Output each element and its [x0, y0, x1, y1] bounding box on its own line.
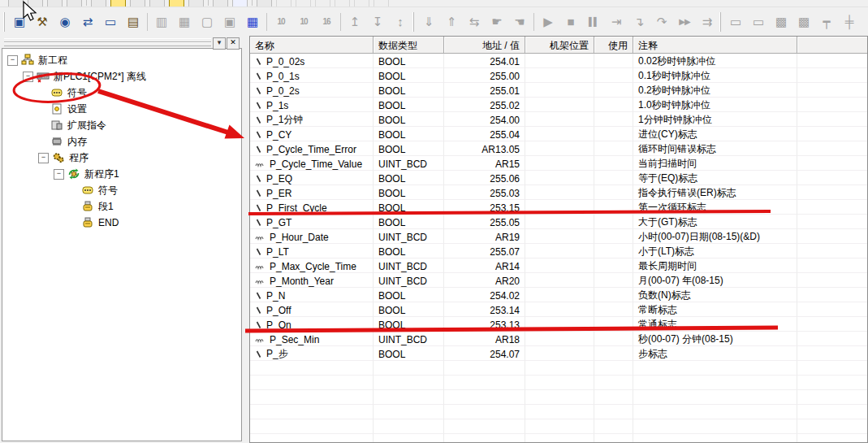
io-table-button[interactable]: ▦ [241, 11, 264, 33]
cell-text: BOOL [378, 349, 405, 360]
symbol-row-P_Max_Cycle_Time[interactable]: P_Max_Cycle_TimeUINT_BCDAR14最长周期时间 [250, 258, 867, 273]
normally-closed-contact-button[interactable]: ▭ [747, 11, 770, 33]
cell-filler [797, 127, 867, 141]
transfer-from-plc-button[interactable]: ↧ [366, 11, 389, 33]
symbol-row-P_Month_Year[interactable]: P_Month_YearUINT_BCDAR20月(00-07) 年(08-15… [250, 273, 867, 288]
compile-button[interactable]: ⚒ [31, 11, 54, 33]
symbol-name: P_0_1s [266, 71, 300, 82]
ladder-view-button[interactable]: ▥ [150, 11, 173, 33]
symbol-row-P_0_1s[interactable]: P_0_1sBOOL255.000.1秒时钟脉冲位 [250, 68, 867, 83]
transfer-to-plc-button[interactable]: ↥ [343, 11, 366, 33]
symbol-row-P_1分钟[interactable]: P_1分钟BOOL254.001分钟时钟脉冲位 [250, 112, 867, 127]
vertical-line-button[interactable]: ┻ [861, 11, 868, 33]
workspace-close-button[interactable]: ✕ [227, 37, 240, 50]
symbol-row-P_0_2s[interactable]: P_0_2sBOOL255.010.2秒时钟脉冲位 [250, 83, 867, 98]
empty-row[interactable] [250, 419, 867, 434]
cross-reference-button[interactable]: ⇄ [76, 11, 99, 33]
programs-icon [52, 151, 65, 164]
tree-item-section1[interactable]: 段1 [2, 198, 241, 215]
closed-coil-button[interactable]: ▩ [792, 11, 815, 33]
tree-expander[interactable]: − [54, 169, 64, 180]
decimal-monitor-button[interactable]: 10 [270, 11, 292, 33]
empty-row[interactable] [250, 361, 867, 376]
column-header-type[interactable]: 数据类型 [374, 37, 444, 54]
run-to-end-button[interactable]: ⇉ [696, 11, 719, 33]
work-online-simulator-icon: ☚ [514, 15, 525, 28]
symbol-row-P_Off[interactable]: P_OffBOOL253.14常断标志 [250, 302, 867, 317]
hex-monitor-button[interactable]: 16 [315, 11, 338, 33]
work-online-simulator-button[interactable]: ☚ [508, 11, 531, 33]
signed-decimal-monitor-button[interactable]: 10 [292, 11, 315, 33]
symbol-row-P_On[interactable]: P_OnBOOL253.13常通标志 [250, 317, 867, 332]
column-header-addr[interactable]: 地址 / 值 [444, 37, 525, 54]
mnemonic-view-button[interactable]: ▢ [196, 11, 218, 33]
empty-row[interactable] [250, 390, 867, 405]
watch-window-button[interactable]: ◉ [54, 11, 76, 33]
tree-item-label: 新PLC1[CPM2*] 离线 [54, 70, 146, 84]
new-view-button[interactable]: ▣ [8, 11, 31, 33]
upload-button[interactable]: ⇑ [440, 11, 463, 33]
symbol-row-P_LT[interactable]: P_LTBOOL255.07小于(LT)标志 [250, 244, 867, 258]
pause-button[interactable]: ▌▌ [582, 11, 605, 33]
stop-button[interactable]: ■ [559, 11, 582, 33]
symbol-row-P_Cycle_Time_Value[interactable]: P_Cycle_Time_ValueUINT_BCDAR15当前扫描时间 [250, 156, 867, 171]
column-header-name[interactable]: 名称 [250, 37, 374, 54]
symbol-row-P_1s[interactable]: P_1sBOOL255.021.0秒时钟脉冲位 [250, 98, 867, 112]
empty-row[interactable] [250, 376, 867, 390]
verify-button[interactable]: ⇆ [463, 11, 486, 33]
tree-expander[interactable]: − [7, 55, 18, 66]
or-closed-contact-button[interactable]: ╪ [838, 11, 861, 33]
compare-with-plc-button[interactable]: ↕ [389, 11, 412, 33]
column-header-rack[interactable]: 机架位置 [525, 37, 594, 54]
tree-item-ext-instructions[interactable]: 扩展指令 [2, 117, 241, 133]
tree-item-programs[interactable]: −程序 [2, 150, 241, 166]
symbol-row-P_N[interactable]: P_NBOOL254.02负数(N)标志 [250, 288, 867, 302]
symbol-row-P_ER[interactable]: P_ERBOOL255.03指令执行错误(ER)标志 [250, 185, 867, 200]
cell-filler [797, 171, 867, 185]
symbol-row-P_CY[interactable]: P_CYBOOL255.04进位(CY)标志 [250, 127, 867, 141]
run-to-cursor-button[interactable]: ⇥ [605, 11, 628, 33]
symbol-row-P_Sec_Min[interactable]: P_Sec_MinUINT_BCDAR18秒(00-07) 分钟(08-15) [250, 332, 867, 346]
symbol-row-P_First_Cycle[interactable]: P_First_CycleBOOL253.15第一次循环标志 [250, 200, 867, 215]
column-header-comment[interactable]: 注释 [633, 37, 797, 54]
symbol-row-P_0_02s[interactable]: P_0_02sBOOL254.010.02秒时钟脉冲位 [250, 54, 867, 68]
tree-expander[interactable]: − [38, 153, 49, 163]
column-header-use[interactable]: 使用 [594, 37, 633, 54]
cell-filler [797, 288, 867, 302]
coil-button[interactable]: ▩ [770, 11, 792, 33]
symbol-row-P_EQ[interactable]: P_EQBOOL255.06等于(EQ)标志 [250, 171, 867, 185]
output-window-button[interactable]: ▭ [99, 11, 122, 33]
tree-item-plc[interactable]: −新PLC1[CPM2*] 离线 [2, 68, 241, 85]
symbol-row-P_Hour_Date[interactable]: P_Hour_DateUINT_BCDAR19小时(00-07)日期(08-15… [250, 229, 867, 244]
tree-item-end[interactable]: END [2, 215, 241, 231]
cell-text: BOOL [378, 290, 405, 302]
normally-open-contact-button[interactable]: ▭ [724, 11, 747, 33]
download-button[interactable]: ⇓ [417, 11, 440, 33]
or-contact-button[interactable]: ┯ [815, 11, 838, 33]
empty-cell [250, 390, 374, 405]
run-button[interactable]: ▶ [537, 11, 559, 33]
tree-item-program1[interactable]: −新程序1 [2, 166, 241, 182]
empty-row[interactable] [250, 434, 867, 443]
symbol-row-P_GT[interactable]: P_GTBOOL255.05大于(GT)标志 [250, 215, 867, 229]
symbol-row-P_步[interactable]: P_步BOOL254.07步标志 [250, 346, 867, 361]
tree-item-program1-symbols[interactable]: 符号 [2, 182, 241, 198]
symbol-table-view-button[interactable]: ▦ [173, 11, 196, 33]
fast-forward-button[interactable]: ▶▶ [673, 11, 696, 33]
tree-item-project[interactable]: −新工程 [2, 52, 241, 68]
properties-button[interactable]: ▤ [122, 11, 145, 33]
tree-expander[interactable]: − [23, 72, 33, 82]
workspace-dropdown-button[interactable]: ▾ [213, 37, 226, 50]
step-over-button[interactable]: ↷ [650, 11, 673, 33]
io-comment-view-button[interactable]: ▣ [218, 11, 241, 33]
panel-splitter[interactable] [244, 36, 249, 443]
symbol-row-P_Cycle_Time_Error[interactable]: P_Cycle_Time_ErrorBOOLAR13.05循环时间错误标志 [250, 141, 867, 156]
step-in-button[interactable]: ↴ [628, 11, 650, 33]
cell-filler [797, 346, 867, 361]
work-online-button[interactable]: ☛ [486, 11, 508, 33]
tree-item-settings[interactable]: 设置 [2, 101, 241, 117]
tree-item-symbols[interactable]: 符号 [2, 85, 241, 101]
empty-row[interactable] [250, 405, 867, 419]
workspace-titlebar[interactable]: ▾ ✕ [0, 36, 244, 48]
tree-item-memory[interactable]: 内存 [2, 133, 241, 150]
